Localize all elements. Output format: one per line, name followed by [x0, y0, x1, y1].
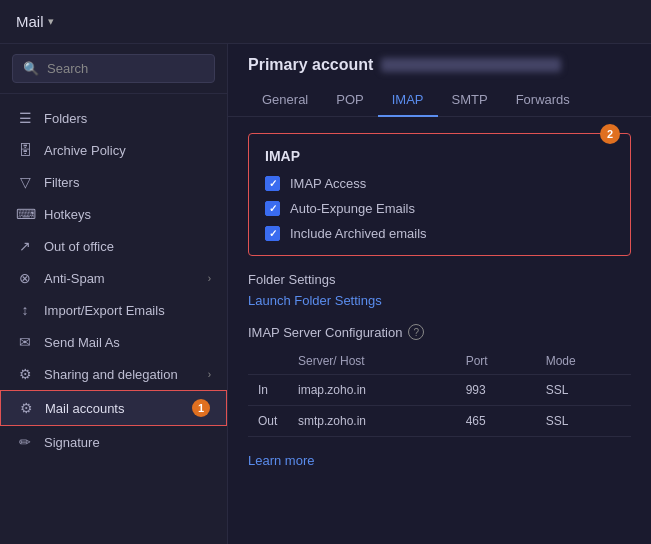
- row-out-host: smtp.zoho.in: [288, 406, 456, 437]
- import-export-icon: ↕: [16, 302, 34, 318]
- sidebar-item-label: Signature: [44, 435, 211, 450]
- chevron-down-icon: ›: [208, 369, 211, 380]
- row-in-port: 993: [456, 375, 536, 406]
- auto-expunge-label: Auto-Expunge Emails: [290, 201, 415, 216]
- col-port: Port: [456, 348, 536, 375]
- folders-icon: ☰: [16, 110, 34, 126]
- imap-heading: IMAP: [265, 148, 614, 164]
- out-of-office-icon: ↗: [16, 238, 34, 254]
- include-archived-label: Include Archived emails: [290, 226, 427, 241]
- primary-account-label: Primary account: [248, 56, 373, 74]
- search-input[interactable]: [47, 61, 204, 76]
- sidebar-item-label: Archive Policy: [44, 143, 211, 158]
- sidebar-item-label: Send Mail As: [44, 335, 211, 350]
- imap-access-row[interactable]: IMAP Access: [265, 176, 614, 191]
- row-out-port: 465: [456, 406, 536, 437]
- tab-imap[interactable]: IMAP: [378, 84, 438, 117]
- sidebar-item-label: Mail accounts: [45, 401, 182, 416]
- row-in-direction: In: [248, 375, 288, 406]
- content-area: Primary account General POP IMAP SMTP Fo…: [228, 44, 651, 544]
- col-mode: Mode: [536, 348, 631, 375]
- row-in-mode: SSL: [536, 375, 631, 406]
- search-box[interactable]: 🔍: [12, 54, 215, 83]
- launch-folder-settings-link[interactable]: Launch Folder Settings: [248, 293, 631, 308]
- chevron-down-icon: ›: [208, 273, 211, 284]
- server-config-title: IMAP Server Configuration ?: [248, 324, 631, 340]
- col-server-host: Server/ Host: [288, 348, 456, 375]
- sidebar-item-label: Import/Export Emails: [44, 303, 211, 318]
- hotkeys-icon: ⌨: [16, 206, 34, 222]
- sharing-icon: ⚙: [16, 366, 34, 382]
- row-in-host: imap.zoho.in: [288, 375, 456, 406]
- row-out-direction: Out: [248, 406, 288, 437]
- server-table: Server/ Host Port Mode In imap.zoho.in 9…: [248, 348, 631, 437]
- sidebar-item-label: Anti-Spam: [44, 271, 198, 286]
- sidebar-item-out-of-office[interactable]: ↗ Out of office: [0, 230, 227, 262]
- app-title[interactable]: Mail ▾: [16, 13, 54, 30]
- mail-accounts-badge: 1: [192, 399, 210, 417]
- send-mail-icon: ✉: [16, 334, 34, 350]
- tab-smtp[interactable]: SMTP: [438, 84, 502, 117]
- imap-access-label: IMAP Access: [290, 176, 366, 191]
- tab-bar: General POP IMAP SMTP Forwards: [228, 84, 651, 117]
- filter-icon: ▽: [16, 174, 34, 190]
- folder-settings-section: Folder Settings Launch Folder Settings: [248, 272, 631, 308]
- sidebar-item-filters[interactable]: ▽ Filters: [0, 166, 227, 198]
- archive-icon: 🗄: [16, 142, 34, 158]
- app-title-chevron-icon: ▾: [48, 15, 54, 28]
- sidebar-item-label: Filters: [44, 175, 211, 190]
- page-title: Primary account: [248, 56, 631, 74]
- table-row: In imap.zoho.in 993 SSL: [248, 375, 631, 406]
- sidebar-item-mail-accounts[interactable]: ⚙ Mail accounts 1: [0, 390, 227, 426]
- app-title-text: Mail: [16, 13, 44, 30]
- content-header: Primary account: [228, 44, 651, 74]
- include-archived-checkbox[interactable]: [265, 226, 280, 241]
- sidebar-item-anti-spam[interactable]: ⊗ Anti-Spam ›: [0, 262, 227, 294]
- account-email-blurred: [381, 58, 561, 72]
- sidebar-item-send-mail-as[interactable]: ✉ Send Mail As: [0, 326, 227, 358]
- content-body: 2 IMAP IMAP Access Auto-Expunge Emails I…: [228, 117, 651, 484]
- tab-pop[interactable]: POP: [322, 84, 377, 117]
- sidebar-item-sharing-delegation[interactable]: ⚙ Sharing and delegation ›: [0, 358, 227, 390]
- sidebar-item-folders[interactable]: ☰ Folders: [0, 102, 227, 134]
- server-config-section: IMAP Server Configuration ? Server/ Host…: [248, 324, 631, 437]
- col-direction: [248, 348, 288, 375]
- signature-icon: ✏: [16, 434, 34, 450]
- sidebar-item-label: Out of office: [44, 239, 211, 254]
- auto-expunge-row[interactable]: Auto-Expunge Emails: [265, 201, 614, 216]
- sidebar-item-hotkeys[interactable]: ⌨ Hotkeys: [0, 198, 227, 230]
- sidebar-item-label: Folders: [44, 111, 211, 126]
- mail-accounts-icon: ⚙: [17, 400, 35, 416]
- anti-spam-icon: ⊗: [16, 270, 34, 286]
- help-icon[interactable]: ?: [408, 324, 424, 340]
- sidebar-item-label: Hotkeys: [44, 207, 211, 222]
- imap-access-checkbox[interactable]: [265, 176, 280, 191]
- auto-expunge-checkbox[interactable]: [265, 201, 280, 216]
- sidebar-item-signature[interactable]: ✏ Signature: [0, 426, 227, 458]
- table-header-row: Server/ Host Port Mode: [248, 348, 631, 375]
- search-container: 🔍: [0, 44, 227, 94]
- learn-more-link[interactable]: Learn more: [248, 453, 631, 468]
- table-row: Out smtp.zoho.in 465 SSL: [248, 406, 631, 437]
- sidebar-nav: ☰ Folders 🗄 Archive Policy ▽ Filters ⌨ H…: [0, 94, 227, 466]
- app-header: Mail ▾: [0, 0, 651, 44]
- main-layout: 🔍 ☰ Folders 🗄 Archive Policy ▽ Filters: [0, 44, 651, 544]
- imap-section: 2 IMAP IMAP Access Auto-Expunge Emails I…: [248, 133, 631, 256]
- tab-general[interactable]: General: [248, 84, 322, 117]
- sidebar: 🔍 ☰ Folders 🗄 Archive Policy ▽ Filters: [0, 44, 228, 544]
- tab-forwards[interactable]: Forwards: [502, 84, 584, 117]
- sidebar-item-label: Sharing and delegation: [44, 367, 198, 382]
- server-config-title-text: IMAP Server Configuration: [248, 325, 402, 340]
- sidebar-item-archive-policy[interactable]: 🗄 Archive Policy: [0, 134, 227, 166]
- search-icon: 🔍: [23, 61, 39, 76]
- include-archived-row[interactable]: Include Archived emails: [265, 226, 614, 241]
- imap-badge: 2: [600, 124, 620, 144]
- row-out-mode: SSL: [536, 406, 631, 437]
- sidebar-item-import-export[interactable]: ↕ Import/Export Emails: [0, 294, 227, 326]
- folder-settings-title: Folder Settings: [248, 272, 631, 287]
